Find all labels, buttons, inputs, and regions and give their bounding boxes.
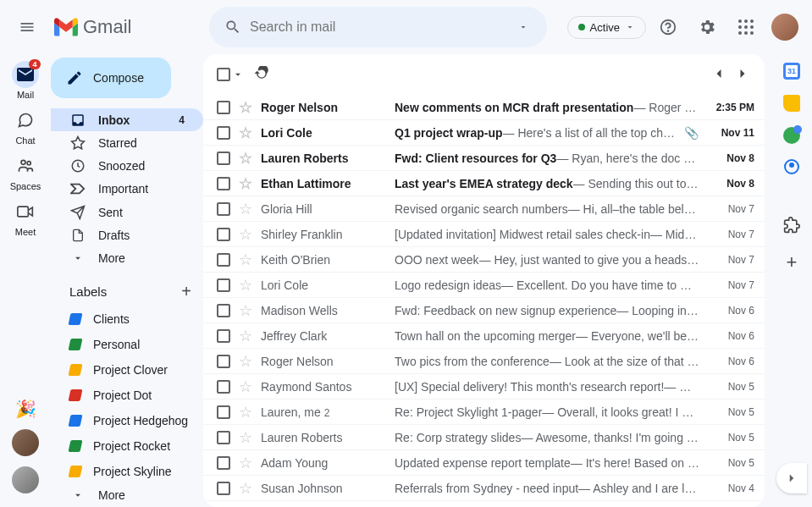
email-checkbox[interactable]	[217, 101, 230, 114]
nav-starred[interactable]: Starred	[51, 131, 203, 154]
email-row[interactable]: ☆Ethan LattimoreLast year's EMEA strateg…	[203, 171, 765, 196]
next-page-button[interactable]	[734, 65, 751, 85]
select-all-checkbox[interactable]	[217, 68, 244, 81]
google-apps-button[interactable]	[729, 10, 763, 44]
star-button[interactable]: ☆	[239, 303, 252, 318]
email-checkbox[interactable]	[217, 152, 230, 165]
email-row[interactable]: ☆Gloria HillRevised organic search numbe…	[203, 196, 765, 222]
email-row[interactable]: ☆Susan JohnsonReferrals from Sydney - ne…	[203, 476, 765, 501]
label-item[interactable]: Project Rocket	[51, 433, 203, 459]
star-button[interactable]: ☆	[239, 278, 252, 293]
nav-inbox[interactable]: Inbox 4	[51, 108, 203, 131]
email-checkbox[interactable]	[217, 456, 230, 470]
search-bar[interactable]	[209, 7, 547, 47]
add-label-button[interactable]: +	[181, 282, 191, 301]
rail-chat[interactable]: Chat	[2, 105, 49, 147]
star-button[interactable]: ☆	[239, 252, 252, 267]
email-row[interactable]: ☆Keith O'BrienOOO next week — Hey, just …	[203, 247, 765, 273]
email-row[interactable]: ☆Adam YoungUpdated expense report templa…	[203, 450, 765, 476]
sidepanel-addons[interactable]	[783, 217, 800, 236]
labels-more[interactable]: More	[51, 484, 203, 507]
email-row[interactable]: ☆Lauren RobertsFwd: Client resources for…	[203, 146, 765, 171]
label-item[interactable]: Project Clover	[51, 357, 203, 383]
email-checkbox[interactable]	[217, 177, 230, 190]
rail-spaces-label: Spaces	[10, 181, 41, 191]
gmail-logo[interactable]: Gmail	[54, 15, 202, 39]
compose-button[interactable]: Compose	[51, 58, 171, 98]
star-button[interactable]: ☆	[239, 354, 252, 369]
rail-sparkle-icon[interactable]: 🎉	[15, 399, 36, 419]
label-item[interactable]: Clients	[51, 306, 203, 332]
sidepanel-tasks[interactable]	[783, 127, 800, 144]
help-icon	[659, 18, 677, 36]
prev-page-button[interactable]	[710, 65, 727, 85]
email-checkbox[interactable]	[217, 202, 230, 216]
star-button[interactable]: ☆	[239, 455, 252, 471]
sidepanel-get-addons[interactable]: +	[787, 251, 798, 273]
star-button[interactable]: ☆	[239, 405, 252, 420]
account-avatar[interactable]	[771, 14, 798, 41]
email-row[interactable]: ☆Roger NelsonNew comments on MCR draft p…	[203, 95, 765, 120]
label-item[interactable]: Project Hedgehog	[51, 408, 203, 433]
nav-drafts[interactable]: Drafts	[51, 223, 203, 246]
sidepanel-toggle[interactable]	[776, 463, 807, 493]
email-row[interactable]: ☆Roger NelsonTwo pics from the conferenc…	[203, 349, 765, 374]
nav-more[interactable]: More	[51, 247, 203, 270]
rail-chat-avatar-1[interactable]	[12, 429, 39, 456]
star-button[interactable]: ☆	[239, 125, 252, 141]
rail-meet[interactable]: Meet	[2, 196, 49, 239]
rail-mail[interactable]: 4 Mail	[2, 59, 49, 102]
label-item[interactable]: Project Skyline	[51, 459, 203, 484]
search-options-button[interactable]	[506, 22, 540, 32]
star-button[interactable]: ☆	[239, 227, 252, 242]
email-checkbox[interactable]	[217, 126, 230, 140]
nav-sent[interactable]: Sent	[51, 201, 203, 223]
email-checkbox[interactable]	[217, 405, 230, 419]
star-button[interactable]: ☆	[239, 176, 252, 191]
search-icon[interactable]	[216, 19, 250, 36]
email-row[interactable]: ☆Raymond Santos[UX] Special delivery! Th…	[203, 374, 765, 400]
search-input[interactable]	[250, 19, 506, 35]
label-item[interactable]: Project Dot	[51, 383, 203, 408]
settings-button[interactable]	[690, 10, 724, 44]
email-row[interactable]: ☆Lori ColeQ1 project wrap-up — Here's a …	[203, 120, 765, 146]
star-button[interactable]: ☆	[239, 201, 252, 217]
star-button[interactable]: ☆	[239, 151, 252, 166]
label-item[interactable]: Personal	[51, 332, 203, 357]
email-row[interactable]: ☆Jeffrey ClarkTown hall on the upcoming …	[203, 323, 765, 349]
rail-spaces[interactable]: Spaces	[2, 151, 49, 193]
nav-snoozed[interactable]: Snoozed	[51, 155, 203, 178]
status-pill[interactable]: Active	[567, 16, 646, 39]
star-button[interactable]: ☆	[239, 379, 252, 394]
email-checkbox[interactable]	[217, 253, 230, 267]
email-checkbox[interactable]	[217, 431, 230, 444]
star-button[interactable]: ☆	[239, 100, 252, 115]
email-checkbox[interactable]	[217, 278, 230, 292]
email-checkbox[interactable]	[217, 304, 230, 317]
email-date: Nov 5	[709, 457, 754, 469]
email-row[interactable]: ☆Shirley Franklin[Updated invitation] Mi…	[203, 222, 765, 247]
sidepanel-keep[interactable]	[783, 95, 800, 112]
support-button[interactable]	[651, 10, 685, 44]
email-checkbox[interactable]	[217, 228, 230, 241]
email-subject-wrap: Updated expense report template — It's h…	[395, 456, 700, 470]
email-row[interactable]: ☆Keith O'BrienDirect feedback from anoth…	[203, 501, 765, 507]
sidepanel-contacts[interactable]	[784, 159, 799, 174]
email-checkbox[interactable]	[217, 380, 230, 394]
email-row[interactable]: ☆Lori ColeLogo redesign ideas — Excellen…	[203, 273, 765, 298]
rail-chat-avatar-2[interactable]	[12, 466, 39, 493]
email-row[interactable]: ☆Madison WellsFwd: Feedback on new signu…	[203, 298, 765, 323]
refresh-button[interactable]	[254, 66, 269, 84]
star-button[interactable]: ☆	[239, 430, 252, 445]
star-button[interactable]: ☆	[239, 481, 252, 496]
main-menu-button[interactable]	[7, 7, 47, 47]
email-row[interactable]: ☆Lauren RobertsRe: Corp strategy slides …	[203, 425, 765, 450]
sidepanel-calendar[interactable]: 31	[783, 63, 800, 80]
star-button[interactable]: ☆	[239, 328, 252, 344]
email-checkbox[interactable]	[217, 329, 230, 343]
svg-point-10	[750, 31, 754, 35]
email-checkbox[interactable]	[217, 482, 230, 495]
email-row[interactable]: ☆Lauren, me2Re: Project Skylight 1-pager…	[203, 400, 765, 425]
email-checkbox[interactable]	[217, 355, 230, 368]
nav-important[interactable]: Important	[51, 178, 203, 201]
